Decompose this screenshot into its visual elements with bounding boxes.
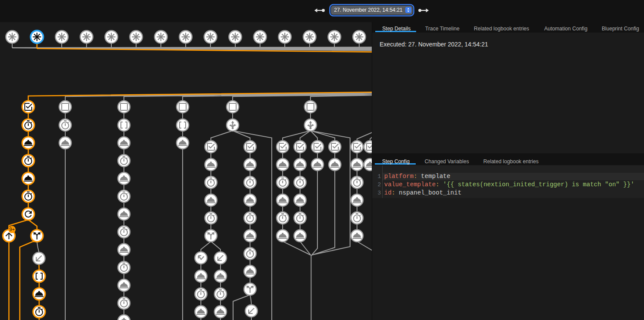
svg-text:9+: 9+ [9, 227, 14, 232]
